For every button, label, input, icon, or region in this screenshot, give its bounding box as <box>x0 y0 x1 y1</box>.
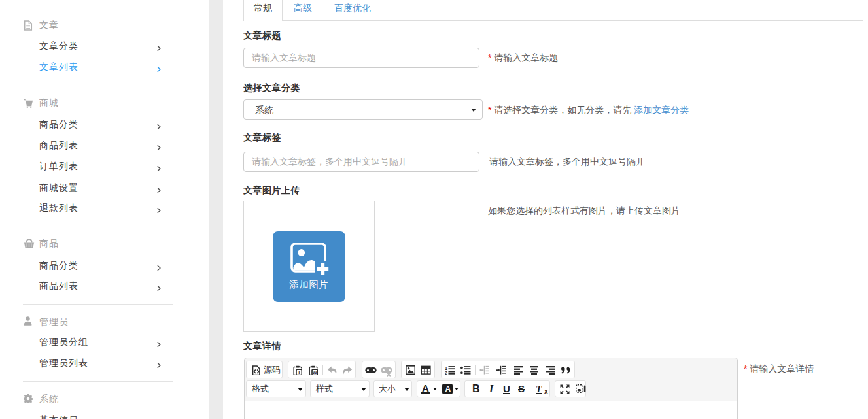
svg-text:W: W <box>313 369 318 375</box>
svg-text:1: 1 <box>445 366 447 371</box>
svg-text:T: T <box>298 369 301 375</box>
svg-text:2: 2 <box>445 371 447 375</box>
